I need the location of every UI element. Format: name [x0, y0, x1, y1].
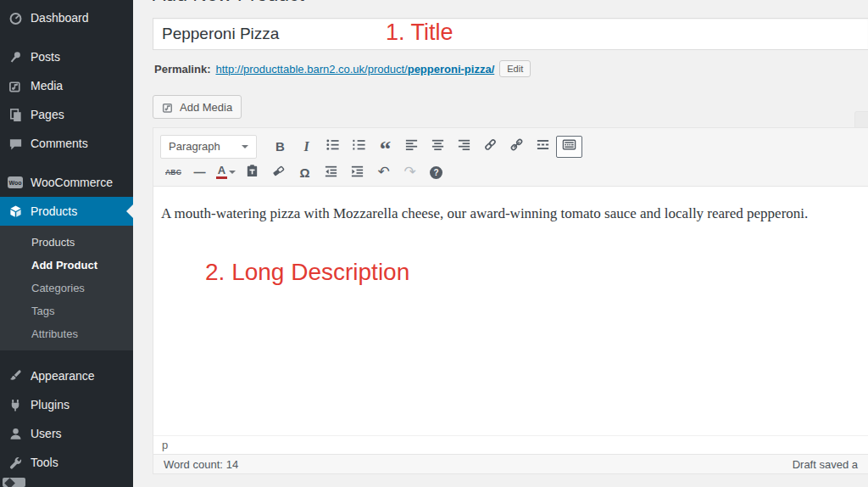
remove-link-button[interactable] — [504, 136, 530, 158]
sidebar-item-pages[interactable]: Pages — [0, 100, 133, 129]
user-icon — [8, 426, 23, 441]
more-tag-icon — [536, 137, 550, 155]
sidebar-item-label: Appearance — [31, 369, 95, 383]
element-path: p — [162, 439, 168, 451]
strikethrough-button[interactable]: ABC — [160, 161, 186, 183]
pages-icon — [8, 107, 23, 122]
text-color-button[interactable]: A — [213, 161, 239, 183]
paste-as-text-button[interactable] — [239, 161, 265, 183]
sidebar-separator — [0, 350, 133, 361]
outdent-button[interactable] — [318, 161, 344, 183]
permalink-label: Permalink: — [154, 63, 210, 76]
horizontal-rule-icon: — — [194, 165, 206, 179]
paragraph-format-value: Paragraph — [169, 140, 220, 153]
text-tab-partial[interactable] — [854, 111, 868, 127]
clear-formatting-button[interactable] — [265, 161, 292, 183]
permalink-edit-button[interactable]: Edit — [499, 60, 531, 77]
align-center-button[interactable] — [425, 136, 451, 158]
horizontal-rule-button[interactable]: — — [186, 161, 213, 183]
main-content: Add New Product 1. Title Permalink: http… — [133, 0, 868, 487]
align-center-icon — [431, 137, 445, 155]
paste-as-text-icon — [245, 164, 259, 182]
sidebar-item-label: Posts — [31, 50, 60, 64]
strikethrough-icon: ABC — [165, 168, 181, 176]
sidebar-item-posts[interactable]: Posts — [0, 42, 133, 71]
eraser-icon — [271, 164, 286, 182]
toolbar-toggle-button[interactable] — [556, 136, 582, 158]
text-color-swatch — [216, 176, 227, 179]
sidebar-item-tools[interactable]: Tools — [0, 448, 133, 477]
chevron-down-icon — [229, 171, 236, 177]
indent-icon — [350, 164, 364, 182]
align-right-icon — [457, 137, 471, 155]
sidebar-item-plugins[interactable]: Plugins — [0, 390, 133, 419]
comment-icon — [8, 136, 23, 151]
sidebar-item-label: WooCommerce — [31, 176, 113, 189]
sidebar-item-media[interactable]: Media — [0, 71, 133, 100]
blockquote-button[interactable]: “ — [372, 136, 398, 158]
sidebar-item-label: Dashboard — [31, 11, 89, 25]
sidebar-item-label: Media — [31, 79, 63, 92]
redo-icon: ↷ — [403, 165, 415, 179]
sidebar-item-appearance[interactable]: Appearance — [0, 361, 133, 390]
sidebar-item-label: Tools — [31, 456, 58, 469]
align-left-button[interactable] — [398, 136, 425, 158]
align-left-icon — [404, 137, 419, 155]
submenu-item-tags[interactable]: Tags — [0, 299, 133, 322]
sidebar-item-dashboard[interactable]: Dashboard — [0, 3, 133, 32]
sidebar-item-woocommerce[interactable]: Woo WooCommerce — [0, 168, 133, 197]
link-icon — [483, 137, 498, 155]
add-media-icon — [162, 101, 175, 114]
align-right-button[interactable] — [451, 136, 477, 158]
wrench-icon — [8, 455, 23, 470]
toolbar-row-2: ABC — A Ω — [160, 160, 861, 184]
sidebar-item-users[interactable]: Users — [0, 419, 133, 448]
product-description-text: A mouth-watering pizza with Mozzarella c… — [161, 205, 858, 222]
unlink-icon — [509, 137, 524, 155]
numbered-list-button[interactable] — [346, 136, 372, 158]
blockquote-icon: “ — [380, 141, 392, 152]
sidebar-item-products[interactable]: Products — [0, 197, 133, 226]
help-button[interactable]: ? — [423, 161, 449, 183]
submenu-item-attributes[interactable]: Attributes — [0, 322, 133, 345]
partial-collapse-icon[interactable] — [3, 478, 25, 487]
page-title: Add New Product — [153, 0, 424, 5]
sidebar-item-comments[interactable]: Comments — [0, 129, 133, 158]
more-tag-button[interactable] — [530, 136, 556, 158]
chevron-down-icon — [242, 145, 248, 152]
products-submenu: Products Add Product Categories Tags Att… — [0, 226, 133, 350]
insert-link-button[interactable] — [477, 136, 504, 158]
editor-content-area[interactable]: A mouth-watering pizza with Mozzarella c… — [153, 187, 868, 435]
toolbar-toggle-icon — [562, 137, 576, 155]
text-color-icon: A — [218, 165, 225, 176]
bold-button[interactable]: B — [267, 136, 293, 158]
special-character-button[interactable]: Ω — [292, 161, 318, 183]
visual-editor: Paragraph B I “ ABC — [153, 127, 868, 474]
sidebar-separator — [0, 32, 133, 42]
undo-button[interactable]: ↶ — [370, 161, 397, 183]
redo-button[interactable]: ↷ — [397, 161, 423, 183]
word-count-value: 14 — [226, 458, 238, 471]
bullet-list-button[interactable] — [320, 136, 346, 158]
outdent-icon — [324, 164, 338, 182]
italic-icon: I — [303, 139, 309, 154]
add-media-button[interactable]: Add Media — [153, 95, 242, 119]
editor-toolbar: Paragraph B I “ ABC — [153, 128, 868, 187]
sidebar-item-label: Plugins — [31, 398, 70, 411]
permalink-row: Permalink: http://producttable.barn2.co.… — [154, 60, 531, 77]
editor-footer-bar: Word count: 14 Draft saved a — [153, 454, 868, 473]
word-count-label: Word count: — [164, 458, 223, 471]
sidebar-item-label: Pages — [31, 108, 64, 121]
submenu-item-products[interactable]: Products — [0, 231, 133, 254]
submenu-item-categories[interactable]: Categories — [0, 277, 133, 299]
indent-button[interactable] — [344, 161, 370, 183]
product-title-input[interactable] — [153, 18, 868, 50]
numbered-list-icon — [352, 137, 366, 155]
annotation-description: 2. Long Description — [205, 259, 409, 286]
italic-button[interactable]: I — [293, 136, 320, 158]
submenu-item-add-product[interactable]: Add Product — [0, 254, 133, 277]
help-icon: ? — [430, 166, 442, 179]
paragraph-format-select[interactable]: Paragraph — [160, 135, 257, 159]
permalink-link[interactable]: http://producttable.barn2.co.uk/product/… — [215, 63, 494, 76]
media-icon — [8, 78, 23, 93]
